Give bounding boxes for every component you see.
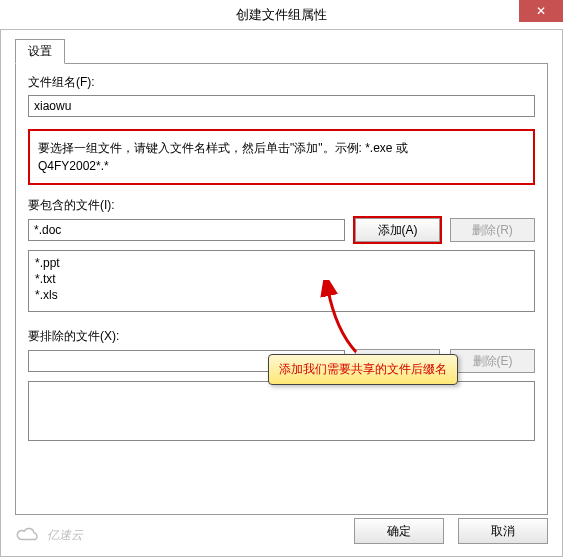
exclude-files-label: 要排除的文件(X): (28, 328, 535, 345)
dialog-footer: 确定 取消 (354, 518, 548, 544)
dialog-body: 设置 文件组名(F): 要选择一组文件，请键入文件名样式，然后单击"添加"。示例… (0, 30, 563, 557)
watermark: 亿速云 (13, 526, 83, 544)
watermark-text: 亿速云 (47, 527, 83, 544)
hint-line2: Q4FY2002*.* (38, 157, 525, 175)
annotation-callout: 添加我们需要共享的文件后缀名 (268, 354, 458, 385)
include-remove-button[interactable]: 删除(R) (450, 218, 535, 242)
filegroup-name-input[interactable] (28, 95, 535, 117)
tab-settings[interactable]: 设置 (15, 39, 65, 64)
dialog-title: 创建文件组属性 (236, 6, 327, 24)
exclude-remove-button[interactable]: 删除(E) (450, 349, 535, 373)
include-pattern-input[interactable] (28, 219, 345, 241)
exclude-listbox[interactable] (28, 381, 535, 441)
include-listbox[interactable]: *.ppt *.txt *.xls (28, 250, 535, 312)
tabset: 设置 文件组名(F): 要选择一组文件，请键入文件名样式，然后单击"添加"。示例… (15, 38, 548, 515)
cancel-label: 取消 (491, 523, 515, 540)
cloud-icon (13, 526, 43, 544)
ok-button[interactable]: 确定 (354, 518, 444, 544)
hint-box: 要选择一组文件，请键入文件名样式，然后单击"添加"。示例: *.exe 或 Q4… (28, 129, 535, 185)
close-button[interactable]: ✕ (519, 0, 563, 22)
include-add-button[interactable]: 添加(A) (355, 218, 440, 242)
cancel-button[interactable]: 取消 (458, 518, 548, 544)
tab-panel: 文件组名(F): 要选择一组文件，请键入文件名样式，然后单击"添加"。示例: *… (15, 63, 548, 515)
include-remove-label: 删除(R) (472, 222, 513, 239)
include-input-row: 添加(A) 删除(R) (28, 218, 535, 242)
titlebar: 创建文件组属性 ✕ (0, 0, 563, 30)
exclude-remove-label: 删除(E) (473, 353, 513, 370)
ok-label: 确定 (387, 523, 411, 540)
close-icon: ✕ (536, 4, 546, 18)
include-add-label: 添加(A) (378, 222, 418, 239)
annotation-text: 添加我们需要共享的文件后缀名 (279, 362, 447, 376)
hint-line1: 要选择一组文件，请键入文件名样式，然后单击"添加"。示例: *.exe 或 (38, 139, 525, 157)
filegroup-name-label: 文件组名(F): (28, 74, 535, 91)
tab-label: 设置 (28, 44, 52, 58)
include-files-label: 要包含的文件(I): (28, 197, 535, 214)
